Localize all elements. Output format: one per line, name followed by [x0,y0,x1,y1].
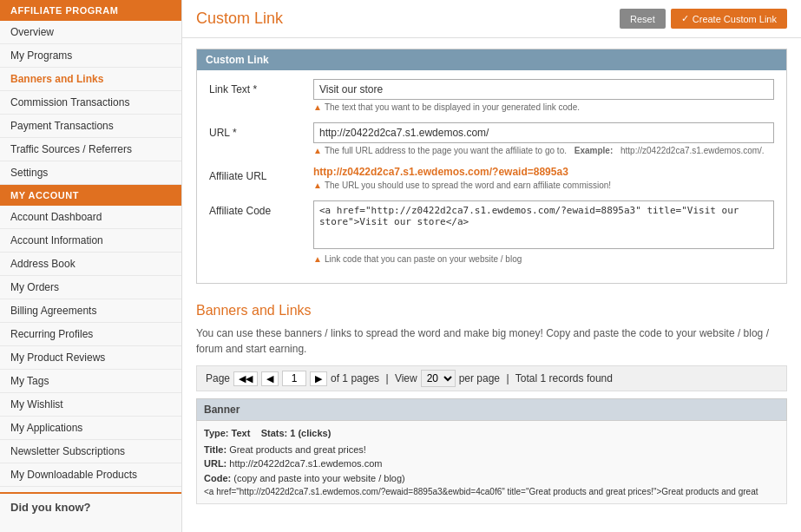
sidebar-item-my-product-reviews[interactable]: My Product Reviews [0,346,181,370]
checkmark-icon: ✓ [681,13,689,24]
pagination-of-label: of 1 pages [331,372,379,384]
custom-link-body: Link Text * ▲ The text that you want to … [197,70,786,283]
link-text-label: Link Text * [209,79,313,95]
banner-title-label: Title: [204,444,227,455]
affiliate-code-hint: ▲ Link code that you can paste on your w… [313,254,774,264]
banner-code-row: Code: (copy and paste into your website … [204,471,779,486]
affiliate-code-hint-text: Link code that you can paste on your web… [325,254,522,264]
custom-link-section: Custom Link Link Text * ▲ The text that … [196,49,787,284]
affiliate-code-hint-triangle-icon: ▲ [313,254,322,264]
link-text-hint-text: The text that you want to be displayed i… [325,102,580,112]
banner-url-label: URL: [204,458,227,469]
url-label: URL * [209,122,313,139]
banner-code-hint: (copy and paste into your website / blog… [233,473,405,483]
my-account-section-header: MY ACCOUNT [0,185,181,206]
sidebar-item-billing-agreements[interactable]: Billing Agreements [0,299,181,323]
url-row: URL * ▲ The full URL address to the page… [209,122,774,155]
url-input[interactable] [313,122,774,143]
pagination-prev-button[interactable]: ◀ [261,371,279,386]
affiliate-url-row: Affiliate URL http://z0422d2ca7.s1.ewdem… [209,166,774,190]
banner-url-row: URL: http://z0422d2ca7.s1.ewdemos.com [204,456,779,471]
main-header: Custom Link Reset ✓ Create Custom Link [182,0,801,38]
banner-code-value: <a href="http://z0422d2ca7.s1.ewdemos.co… [204,485,779,498]
banner-table-header: Banner [197,399,787,421]
page-label: Page [206,372,230,384]
header-buttons: Reset ✓ Create Custom Link [620,9,787,29]
pagination-per-page-select[interactable]: 20 [421,370,456,387]
pagination-total: Total 1 records found [515,372,613,384]
affiliate-url-hint: ▲ The URL you should use to spread the w… [313,181,774,190]
sidebar: AFFILIATE PROGRAM Overview My Programs B… [0,0,182,532]
sidebar-item-overview[interactable]: Overview [0,21,181,44]
banner-type: Type: Text Stats: 1 (clicks) [204,426,779,441]
main-content: Custom Link Reset ✓ Create Custom Link C… [182,0,801,532]
sidebar-item-address-book[interactable]: Address Book [0,253,181,276]
url-example-value: http://z0422d2ca7.s1.ewdemos.com/. [620,146,765,155]
affiliate-code-textarea[interactable]: <a href="http://z0422d2ca7.s1.ewdemos.co… [313,200,774,249]
banner-type-label: Type: Text [204,428,250,438]
banners-description: You can use these banners / links to spr… [196,325,787,357]
banners-title: Banners and Links [196,303,787,319]
table-row: Type: Text Stats: 1 (clicks) Title: Grea… [197,421,787,504]
custom-link-section-header: Custom Link [197,49,786,70]
per-page-label: per page [459,372,500,384]
create-custom-link-button[interactable]: ✓ Create Custom Link [671,9,787,29]
banners-section: Banners and Links You can use these bann… [182,294,801,513]
sidebar-item-newsletter-subscriptions[interactable]: Newsletter Subscriptions [0,440,181,463]
pagination-next-button[interactable]: ▶ [310,371,327,386]
pagination-page-input[interactable] [282,371,306,386]
affiliate-code-content: <a href="http://z0422d2ca7.s1.ewdemos.co… [313,200,774,264]
banner-url-value: http://z0422d2ca7.s1.ewdemos.com [229,458,382,469]
banner-code-label: Code: [204,473,231,483]
sidebar-item-commission-transactions[interactable]: Commission Transactions [0,91,181,115]
sidebar-item-settings[interactable]: Settings [0,161,181,185]
sidebar-item-my-wishlist[interactable]: My Wishlist [0,393,181,417]
banner-title-value: Great products and great prices! [229,444,366,455]
affiliate-url-hint-text: The URL you should use to spread the wor… [325,181,611,190]
sidebar-item-payment-transactions[interactable]: Payment Transactions [0,115,181,138]
pagination-first-button[interactable]: ◀◀ [233,371,258,386]
link-text-input[interactable] [313,79,774,100]
banner-stats-label: Stats: 1 (clicks) [261,428,332,438]
sidebar-item-my-downloadable-products[interactable]: My Downloadable Products [0,463,181,487]
sidebar-item-traffic-sources[interactable]: Traffic Sources / Referrers [0,138,181,161]
create-button-label: Create Custom Link [693,14,777,24]
page-title: Custom Link [196,10,283,28]
sidebar-item-banners-links[interactable]: Banners and Links [0,68,181,91]
view-label: View [395,372,417,384]
link-text-hint: ▲ The text that you want to be displayed… [313,102,774,112]
sidebar-item-account-information[interactable]: Account Information [0,229,181,253]
sidebar-item-recurring-profiles[interactable]: Recurring Profiles [0,323,181,346]
reset-button[interactable]: Reset [620,9,666,29]
link-text-content: ▲ The text that you want to be displayed… [313,79,774,112]
url-content: ▲ The full URL address to the page you w… [313,122,774,155]
url-hint-triangle-icon: ▲ [313,146,322,155]
affiliate-section-header: AFFILIATE PROGRAM [0,0,181,21]
sidebar-item-my-applications[interactable]: My Applications [0,417,181,440]
affiliate-url-content: http://z0422d2ca7.s1.ewdemos.com/?ewaid=… [313,166,774,190]
banner-table: Banner Type: Text Stats: 1 (clicks) Titl… [196,398,787,504]
affiliate-url-link[interactable]: http://z0422d2ca7.s1.ewdemos.com/?ewaid=… [313,166,568,178]
sidebar-item-my-programs[interactable]: My Programs [0,44,181,68]
sidebar-item-my-orders[interactable]: My Orders [0,276,181,299]
url-hint-text: The full URL address to the page you wan… [325,146,567,155]
pagination-bar: Page ◀◀ ◀ ▶ of 1 pages | View 20 per pag… [196,365,787,391]
banner-row-cell: Type: Text Stats: 1 (clicks) Title: Grea… [197,421,787,504]
sidebar-item-my-tags[interactable]: My Tags [0,370,181,393]
affiliate-code-row: Affiliate Code <a href="http://z0422d2ca… [209,200,774,264]
affiliate-code-label: Affiliate Code [209,200,313,217]
banner-title-row: Title: Great products and great prices! [204,443,779,457]
affiliate-url-hint-triangle-icon: ▲ [313,181,322,190]
affiliate-url-label: Affiliate URL [209,166,313,182]
link-text-row: Link Text * ▲ The text that you want to … [209,79,774,112]
url-hint: ▲ The full URL address to the page you w… [313,146,774,155]
url-example-label: Example: [574,146,613,155]
sidebar-item-account-dashboard[interactable]: Account Dashboard [0,206,181,229]
hint-triangle-icon: ▲ [313,102,322,112]
did-you-know: Did you know? [0,492,181,521]
